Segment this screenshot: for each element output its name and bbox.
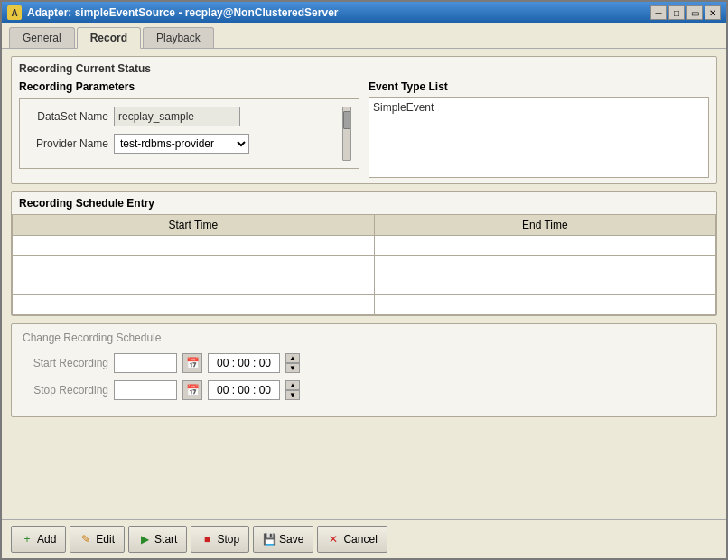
dataset-row: DataSet Name [27,107,341,126]
edit-label: Edit [96,533,115,546]
end-cell [374,256,715,275]
tab-general[interactable]: General [9,27,75,48]
params-scrollbar[interactable] [342,107,351,161]
dataset-label: DataSet Name [27,110,108,123]
schedule-section: Recording Schedule Entry Start Time End … [11,191,717,316]
params-fields: DataSet Name Provider Name test-rdbms-pr… [27,107,341,161]
recording-status-section: Recording Current Status Recording Param… [11,56,717,184]
minimize-button[interactable]: ─ [650,5,667,20]
main-content: Recording Current Status Recording Param… [2,49,726,519]
stop-time-up-button[interactable]: ▲ [285,380,300,390]
stop-time-input[interactable] [208,380,280,400]
table-row [13,295,716,315]
start-label: Start [154,533,177,546]
schedule-title: Recording Schedule Entry [12,192,716,214]
tab-bar: General Record Playback [2,23,726,49]
start-date-input[interactable] [114,353,177,373]
cancel-icon: ✕ [327,533,340,546]
table-row [13,236,716,256]
add-button[interactable]: + Add [11,526,66,553]
event-type-title: Event Type List [369,80,709,93]
close-button[interactable]: ✕ [705,5,721,20]
stop-time-down-button[interactable]: ▼ [285,390,300,400]
recording-parameters-col: Recording Parameters DataSet Name Provid… [19,80,359,178]
start-cell [13,275,375,295]
stop-date-input[interactable] [114,380,177,400]
start-recording-row: Start Recording 📅 ▲ ▼ [23,353,705,373]
window-title: Adapter: simpleEventSource - recplay@Non… [27,6,645,19]
start-icon: ▶ [138,533,151,546]
start-time-spinner: ▲ ▼ [285,353,300,373]
add-icon: + [21,533,33,546]
table-row [13,256,716,275]
change-schedule-title: Change Recording Schedule [23,331,705,344]
start-cell [13,236,375,256]
edit-button[interactable]: ✎ Edit [70,526,125,553]
provider-select[interactable]: test-rdbms-provider [114,134,249,154]
change-schedule-section: Change Recording Schedule Start Recordin… [11,323,717,417]
bottom-bar: + Add ✎ Edit ▶ Start ■ Stop 💾 Save ✕ Can… [2,519,726,558]
start-calendar-button[interactable]: 📅 [182,353,202,373]
edit-icon: ✎ [79,533,92,546]
stop-recording-row: Stop Recording 📅 ▲ ▼ [23,380,705,400]
title-bar: A Adapter: simpleEventSource - recplay@N… [2,2,726,23]
stop-calendar-button[interactable]: 📅 [182,380,202,400]
tab-record[interactable]: Record [77,27,141,49]
add-label: Add [37,533,56,546]
cancel-button[interactable]: ✕ Cancel [317,526,387,553]
end-cell [374,295,715,315]
start-cell [13,256,375,275]
cancel-label: Cancel [343,533,377,546]
start-time-up-button[interactable]: ▲ [285,353,300,363]
recording-status-title: Recording Current Status [19,62,709,75]
provider-dropdown-wrap: test-rdbms-provider [114,134,249,154]
stop-recording-label: Stop Recording [23,384,108,397]
start-button[interactable]: ▶ Start [128,526,187,553]
recording-parameters-title: Recording Parameters [19,80,359,93]
window-icon: A [7,5,22,20]
stop-icon: ■ [201,533,213,546]
maximize-button[interactable]: □ [668,5,685,20]
dataset-input[interactable] [114,107,240,126]
provider-row: Provider Name test-rdbms-provider [27,134,341,154]
start-recording-label: Start Recording [23,357,108,369]
save-icon: 💾 [263,533,275,546]
start-time-down-button[interactable]: ▼ [285,363,300,373]
main-window: A Adapter: simpleEventSource - recplay@N… [0,0,728,560]
start-cell [13,295,375,315]
stop-button[interactable]: ■ Stop [191,526,249,553]
restore-button[interactable]: ▭ [686,5,703,20]
stop-label: Stop [217,533,239,546]
schedule-table: Start Time End Time [12,214,716,315]
title-bar-buttons: ─ □ ▭ ✕ [650,5,721,20]
params-scrollbar-thumb [343,111,350,129]
event-type-list: SimpleEvent [369,97,709,178]
table-row [13,275,716,295]
end-cell [374,275,715,295]
col-end-time: End Time [374,215,715,236]
end-cell [374,236,715,256]
tab-playback[interactable]: Playback [143,27,214,48]
provider-label: Provider Name [27,137,108,150]
save-label: Save [279,533,303,546]
status-columns: Recording Parameters DataSet Name Provid… [19,80,709,178]
stop-time-spinner: ▲ ▼ [285,380,300,400]
start-time-input[interactable] [208,353,280,373]
col-start-time: Start Time [13,215,375,236]
event-type-col: Event Type List SimpleEvent [369,80,709,178]
params-inner: DataSet Name Provider Name test-rdbms-pr… [19,98,359,169]
save-button[interactable]: 💾 Save [253,526,313,553]
event-type-item[interactable]: SimpleEvent [373,101,705,114]
